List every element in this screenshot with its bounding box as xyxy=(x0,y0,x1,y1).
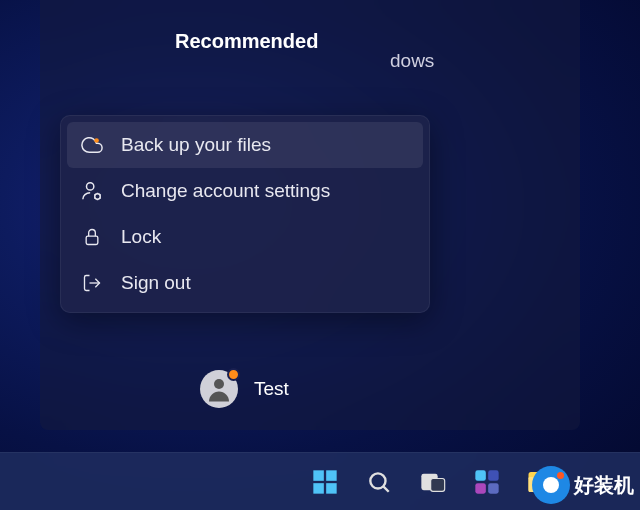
taskview-button[interactable] xyxy=(417,466,449,498)
svg-point-1 xyxy=(87,183,94,190)
menu-item-backup[interactable]: Back up your files xyxy=(67,122,423,168)
user-account-button[interactable]: Test xyxy=(200,370,289,408)
svg-rect-6 xyxy=(313,470,324,481)
svg-rect-7 xyxy=(326,470,337,481)
svg-rect-15 xyxy=(488,470,499,481)
user-context-menu: Back up your files Change account settin… xyxy=(60,115,430,313)
menu-item-label: Lock xyxy=(121,226,161,248)
svg-point-2 xyxy=(95,194,101,200)
watermark-logo-icon xyxy=(532,466,570,504)
svg-rect-16 xyxy=(475,483,486,494)
svg-rect-8 xyxy=(313,483,324,494)
search-button[interactable] xyxy=(363,466,395,498)
svg-line-11 xyxy=(383,486,388,491)
recommended-heading: Recommended xyxy=(175,30,540,53)
menu-item-label: Back up your files xyxy=(121,134,271,156)
username-label: Test xyxy=(254,378,289,400)
background-text-fragment: dows xyxy=(390,50,434,72)
svg-point-0 xyxy=(94,138,99,143)
svg-rect-17 xyxy=(488,483,499,494)
svg-rect-3 xyxy=(86,236,98,244)
menu-item-label: Change account settings xyxy=(121,180,330,202)
user-gear-icon xyxy=(81,180,103,202)
menu-item-signout[interactable]: Sign out xyxy=(67,260,423,306)
svg-rect-9 xyxy=(326,483,337,494)
svg-point-10 xyxy=(370,473,385,488)
watermark-text: 好装机 xyxy=(574,472,634,499)
svg-rect-13 xyxy=(430,478,444,491)
avatar xyxy=(200,370,238,408)
svg-point-5 xyxy=(214,379,224,389)
lock-icon xyxy=(81,226,103,248)
watermark: 好装机 xyxy=(532,466,634,504)
notification-badge-icon xyxy=(227,368,240,381)
svg-rect-14 xyxy=(475,470,486,481)
menu-item-label: Sign out xyxy=(121,272,191,294)
signout-icon xyxy=(81,272,103,294)
menu-item-account-settings[interactable]: Change account settings xyxy=(67,168,423,214)
start-button[interactable] xyxy=(309,466,341,498)
cloud-icon xyxy=(81,134,103,156)
widgets-button[interactable] xyxy=(471,466,503,498)
menu-item-lock[interactable]: Lock xyxy=(67,214,423,260)
